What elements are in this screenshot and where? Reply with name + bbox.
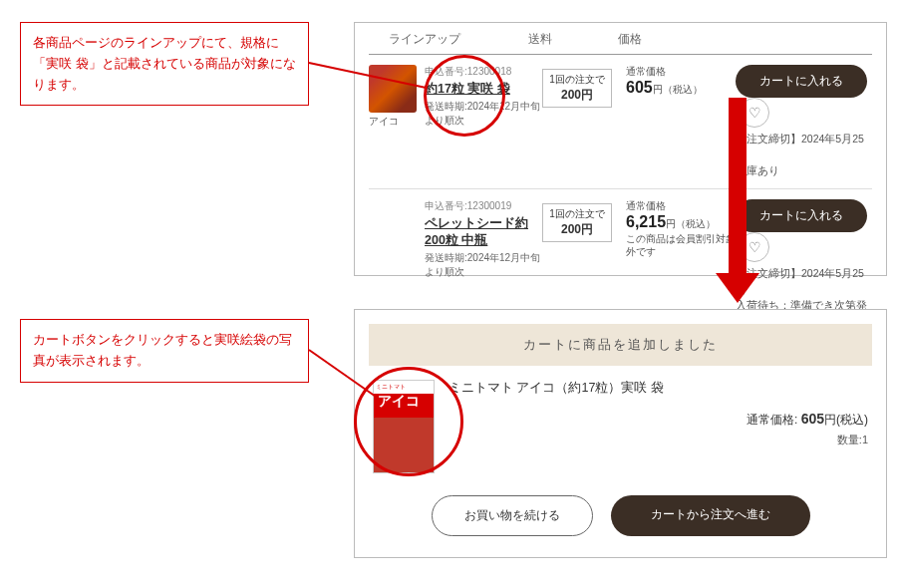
price-label: 通常価格 [626,65,736,79]
price-value: 605 [626,79,653,96]
th-lineup: ラインアップ [369,31,528,48]
price-label: 通常価格 [626,199,736,213]
package-brand: アイコ [378,393,420,411]
ship-period: 発送時期:2024年12月中旬より順次 [425,100,542,128]
ship-fee-box: 1回の注文で 200円 [542,69,612,108]
cart-price-unit: 円(税込) [824,413,868,427]
th-price: 価格 [618,31,728,48]
package-top-label: ミニトマト [376,383,406,392]
package-photo: ミニトマト アイコ [373,380,435,473]
arrow-head [716,273,759,303]
table-header: ラインアップ 送料 価格 [369,31,872,55]
lineup-panel: ラインアップ 送料 価格 アイコ 申込番号:12300018 約17粒 実咲 袋… [354,22,887,276]
ship-fee-label: 1回の注文で [543,207,611,221]
add-to-cart-button[interactable]: カートに入れる [736,199,867,232]
heart-icon: ♡ [748,105,761,121]
product-thumb[interactable] [369,65,417,113]
price-unit: 円（税込） [666,218,716,229]
ship-fee-value: 200円 [543,87,611,104]
price-note: この商品は会員割引対象外です [626,233,736,259]
heart-icon: ♡ [748,239,761,255]
table-row: アイコ 申込番号:12300018 約17粒 実咲 袋 発送時期:2024年12… [369,55,872,189]
cart-item: ミニトマト アイコ ミニトマト アイコ（約17粒）実咲 袋 通常価格: 605円… [369,366,872,491]
order-no: 申込番号:12300018 [425,65,542,79]
arrow-body [729,98,747,277]
cart-price-value: 605 [801,411,824,427]
ship-fee-box: 1回の注文で 200円 [542,203,612,242]
thumb-caption: アイコ [369,115,425,129]
ship-fee-label: 1回の注文で [543,73,611,87]
cart-price-label: 通常価格: [747,413,801,427]
cart-qty-label: 数量: [837,434,862,445]
ship-fee-value: 200円 [543,221,611,238]
cart-item-name: ミニトマト アイコ（約17粒）実咲 袋 [448,380,868,397]
callout-cart-photo: カートボタンをクリックすると実咲絵袋の写真が表示されます。 [20,319,309,383]
cart-confirm-panel: カートに商品を追加しました ミニトマト アイコ ミニトマト アイコ（約17粒）実… [354,309,887,558]
product-name-link[interactable]: ペレットシード約200粒 中瓶 [425,215,542,249]
cart-added-banner: カートに商品を追加しました [369,324,872,366]
cart-qty-value: 1 [862,434,868,445]
order-deadline: 【注文締切】2024年5月25日 [736,133,864,160]
product-name-link[interactable]: 約17粒 実咲 袋 [425,81,542,98]
proceed-to-order-button[interactable]: カートから注文へ進む [611,495,810,536]
price-value: 6,215 [626,213,666,230]
price-unit: 円（税込） [653,84,703,95]
continue-shopping-button[interactable]: お買い物を続ける [432,495,593,536]
price-col: 通常価格 605円（税込） [626,65,736,178]
add-to-cart-button[interactable]: カートに入れる [736,65,867,98]
th-ship: 送料 [528,31,618,48]
ship-period: 発送時期:2024年12月中旬より順次 [425,251,542,279]
order-no: 申込番号:12300019 [425,199,542,213]
callout-spec-match: 各商品ページのラインアップにて、規格に「実咲 袋」と記載されている商品が対象にな… [20,22,309,106]
